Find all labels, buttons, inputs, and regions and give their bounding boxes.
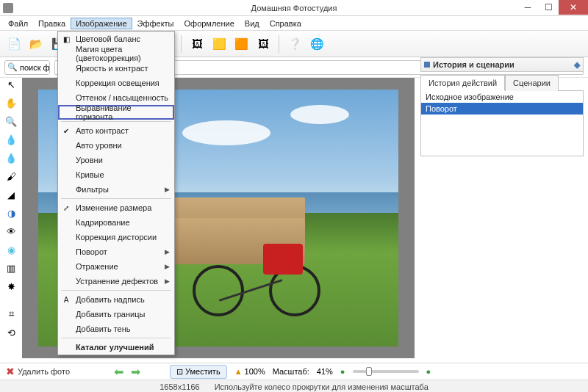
close-button[interactable]: ✕ bbox=[559, 0, 588, 15]
hand-tool[interactable]: ✋ bbox=[4, 96, 18, 109]
rotate-tool[interactable]: ⟲ bbox=[4, 326, 18, 339]
menu-item[interactable]: Устранение дефектов▶ bbox=[58, 274, 174, 288]
menu-изображение[interactable]: Изображение bbox=[71, 18, 132, 29]
zoom-slider[interactable] bbox=[353, 370, 419, 373]
menu-item[interactable]: Авто уровни bbox=[58, 138, 174, 153]
panel-title: История и сценарии bbox=[433, 60, 514, 69]
minimize-button[interactable]: ─ bbox=[517, 0, 538, 15]
menu-item[interactable]: Поворот▶ bbox=[58, 244, 174, 259]
menu-item[interactable]: Выравнивание горизонта bbox=[58, 105, 174, 120]
menu-оформление[interactable]: Оформление bbox=[179, 18, 240, 29]
scale-value: 41% bbox=[317, 367, 333, 376]
delete-photo-button[interactable]: ✖ Удалить фото bbox=[6, 366, 70, 377]
tab-scenarios[interactable]: Сценарии bbox=[505, 75, 559, 91]
frames3-button[interactable]: 🟧 bbox=[232, 35, 251, 54]
open-button[interactable]: 📂 bbox=[26, 35, 46, 54]
history-item[interactable]: Исходное изображение bbox=[421, 91, 583, 103]
menu-separator bbox=[61, 290, 171, 291]
search-input[interactable] bbox=[20, 61, 49, 74]
drop-tool[interactable]: 💧 bbox=[4, 133, 18, 146]
new-button[interactable]: 📄 bbox=[4, 35, 24, 54]
search-box[interactable]: 🔍 bbox=[4, 60, 50, 75]
history-item-selected[interactable]: Поворот bbox=[421, 103, 583, 115]
menu-правка[interactable]: Правка bbox=[33, 18, 71, 29]
statusbar: ✖ Удалить фото ⬅ ➡ ⊡ Уместить ▲100% Масш… bbox=[0, 363, 588, 392]
zoom-tool[interactable]: 🔍 bbox=[4, 115, 18, 128]
menu-item[interactable]: Оттенок / насыщенность bbox=[58, 90, 174, 105]
gradient-tool[interactable]: ▥ bbox=[4, 261, 18, 275]
brush-tool[interactable]: 🖌 bbox=[4, 170, 18, 183]
menu-separator bbox=[61, 121, 171, 122]
search-icon: 🔍 bbox=[5, 62, 20, 72]
prev-button[interactable]: ⬅ bbox=[114, 365, 123, 379]
maximize-button[interactable]: ☐ bbox=[538, 0, 559, 15]
menu-item[interactable]: Яркость и контраст bbox=[58, 61, 174, 76]
zoom-in-button[interactable]: ● bbox=[426, 367, 431, 376]
menu-item[interactable]: ◧Цветовой баланс bbox=[58, 32, 174, 46]
help-button[interactable]: ❔ bbox=[285, 35, 304, 54]
menu-item[interactable]: Коррекция дисторсии bbox=[58, 230, 174, 244]
web-button[interactable]: 🌐 bbox=[307, 35, 326, 54]
expand-icon[interactable]: ◆ bbox=[574, 60, 580, 70]
menu-item[interactable]: Отражение▶ bbox=[58, 259, 174, 274]
menu-item[interactable]: Фильтры▶ bbox=[58, 182, 174, 197]
zoom-out-button[interactable]: ● bbox=[340, 367, 345, 376]
submenu-arrow-icon: ▶ bbox=[165, 277, 170, 285]
menu-separator bbox=[61, 198, 171, 199]
app-icon bbox=[3, 3, 13, 13]
menu-item[interactable]: Магия цвета (цветокоррекция) bbox=[58, 46, 174, 61]
panel-tabs: История действий Сценарии bbox=[420, 75, 584, 91]
menu-item[interactable]: Добавить границы bbox=[58, 307, 174, 322]
panel-icon bbox=[424, 62, 430, 68]
eraser-tool[interactable]: ◢ bbox=[4, 188, 18, 201]
menu-item[interactable]: Кривые bbox=[58, 167, 174, 182]
zoom-100-button[interactable]: ▲100% bbox=[234, 367, 265, 376]
menubar: ФайлПравкаИзображениеЭффектыОформлениеВи… bbox=[0, 16, 588, 31]
menu-эффекты[interactable]: Эффекты bbox=[132, 18, 179, 29]
menu-separator bbox=[61, 338, 171, 338]
history-list[interactable]: Исходное изображение Поворот bbox=[420, 90, 584, 156]
image-menu-dropdown: ◧Цветовой балансМагия цвета (цветокоррек… bbox=[57, 31, 175, 355]
hint-label: Используйте колесо прокрутки для изменен… bbox=[215, 382, 429, 391]
submenu-arrow-icon: ▶ bbox=[165, 186, 170, 193]
fit-icon: ⊡ bbox=[176, 367, 183, 377]
dimensions-label: 1658x1166 bbox=[159, 382, 199, 391]
tab-history[interactable]: История действий bbox=[420, 75, 505, 91]
menu-файл[interactable]: Файл bbox=[3, 18, 33, 29]
menu-item[interactable]: ⤢Изменение размера bbox=[58, 200, 174, 215]
left-toolbox: ↖ ✋ 🔍 💧 💧 🖌 ◢ ◑ 👁 ◉ ▥ ✸ ⌗ ⟲ bbox=[3, 78, 19, 339]
menu-item[interactable]: Уровни bbox=[58, 153, 174, 167]
next-button[interactable]: ➡ bbox=[131, 365, 140, 379]
scale-label: Масштаб: bbox=[273, 367, 309, 376]
menu-справка[interactable]: Справка bbox=[265, 18, 306, 29]
eye-tool[interactable]: 👁 bbox=[4, 225, 18, 238]
menu-item[interactable]: Добавить тень bbox=[58, 322, 174, 336]
delete-icon: ✖ bbox=[6, 366, 15, 377]
submenu-arrow-icon: ▶ bbox=[165, 248, 170, 255]
titlebar: Домашняя Фотостудия ─ ☐ ✕ bbox=[0, 0, 588, 16]
menu-item[interactable]: Каталог улучшений bbox=[58, 340, 174, 355]
fit-button[interactable]: ⊡ Уместить bbox=[170, 365, 227, 379]
pointer-tool[interactable]: ↖ bbox=[4, 78, 18, 91]
crop-tool[interactable]: ⌗ bbox=[4, 308, 18, 321]
drop2-tool[interactable]: 💧 bbox=[4, 151, 18, 164]
panel-header[interactable]: История и сценарии ◆ bbox=[420, 57, 584, 72]
stamp-tool[interactable]: ✸ bbox=[4, 280, 18, 293]
separator bbox=[279, 35, 279, 53]
menu-item[interactable]: Коррекция освещения bbox=[58, 76, 174, 90]
frames2-button[interactable]: 🟨 bbox=[209, 35, 229, 54]
album-button[interactable]: 🖼 bbox=[254, 35, 273, 54]
menu-item[interactable]: ✔Авто контраст bbox=[58, 123, 174, 138]
submenu-arrow-icon: ▶ bbox=[165, 263, 170, 270]
separator bbox=[181, 35, 182, 53]
frames-button[interactable]: 🖼 bbox=[187, 35, 207, 54]
blur-tool[interactable]: ◉ bbox=[4, 243, 18, 256]
history-panel: История и сценарии ◆ История действий Сц… bbox=[420, 57, 584, 156]
menu-item[interactable]: AДобавить надпись bbox=[58, 292, 174, 307]
circle-tool[interactable]: ◑ bbox=[4, 206, 18, 219]
menu-item[interactable]: Кадрирование bbox=[58, 215, 174, 230]
window-title: Домашняя Фотостудия bbox=[251, 4, 337, 12]
menu-вид[interactable]: Вид bbox=[240, 18, 265, 29]
